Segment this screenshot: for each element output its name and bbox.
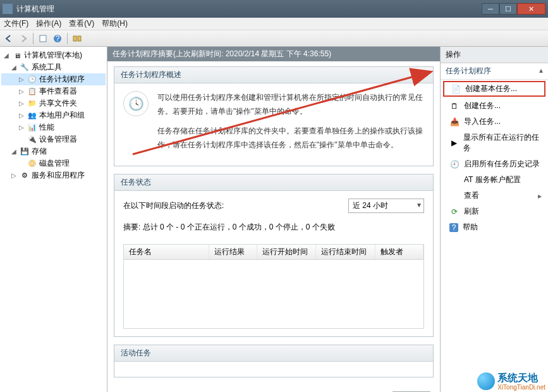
blank-icon	[449, 191, 460, 201]
status-body: 在以下时间段启动的任务状态: 近 24 小时 摘要: 总计 0 个 - 0 个正…	[114, 191, 433, 336]
expand-icon[interactable]: ▷	[18, 100, 25, 107]
action-create-basic-task[interactable]: 📄 创建基本任务...	[443, 81, 545, 97]
collapse-icon[interactable]: ◢	[10, 64, 18, 71]
svg-rect-0	[40, 35, 46, 42]
create-task-icon: 🗒	[449, 101, 460, 111]
tree-label: 本地用户和组	[39, 110, 85, 121]
tree-label: 任务计划程序	[39, 74, 85, 85]
submenu-arrow-icon: ▸	[538, 192, 542, 200]
services-icon: ⚙	[20, 171, 30, 181]
collapse-icon[interactable]: ◢	[10, 148, 18, 155]
col-name[interactable]: 任务名	[124, 245, 209, 259]
expand-icon[interactable]: ▷	[18, 88, 25, 95]
col-result[interactable]: 运行结果	[209, 245, 257, 259]
tree-event-viewer[interactable]: ▷ 📋 事件查看器	[1, 85, 106, 97]
action-label: 创建基本任务...	[465, 83, 517, 94]
close-button[interactable]: ✕	[517, 3, 545, 15]
history-icon: 🕘	[449, 159, 460, 169]
status-label: 在以下时间段启动的任务状态:	[123, 200, 224, 211]
folder-icon: 📁	[27, 99, 37, 109]
action-label: 创建任务...	[464, 101, 501, 111]
action-label: 导入任务...	[464, 116, 501, 127]
status-panel: 任务状态 在以下时间段启动的任务状态: 近 24 小时 摘要: 总计 0 个 -…	[114, 174, 434, 337]
tree-performance[interactable]: ▷ 📊 性能	[1, 121, 106, 133]
menu-action[interactable]: 操作(A)	[36, 18, 61, 29]
center-pane: 任务计划程序摘要(上次刷新时间: 2020/2/14 星期五 下午 4:36:5…	[107, 47, 441, 392]
time-range-select[interactable]: 近 24 小时	[348, 199, 424, 213]
col-end[interactable]: 运行结束时间	[316, 245, 375, 259]
action-show-running[interactable]: ▶ 显示所有正在运行的任务	[441, 130, 548, 156]
running-icon: ▶	[449, 138, 459, 148]
tree-device-manager[interactable]: 🔌 设备管理器	[1, 133, 106, 145]
actions-pane: 操作 任务计划程序 ▴ 📄 创建基本任务... 🗒 创建任务... 📥 导入任务…	[441, 47, 548, 392]
tree-label: 系统工具	[32, 62, 62, 73]
overview-p2: 任务存储在任务计划程序库的文件夹中。若要查看单独任务上的操作或执行该操作，请在任…	[157, 125, 424, 152]
tree-label: 存储	[32, 146, 47, 157]
action-help[interactable]: ? 帮助	[441, 219, 548, 235]
tree-root[interactable]: ◢ 🖥 计算机管理(本地)	[1, 49, 106, 61]
expand-icon[interactable]: ▷	[18, 124, 25, 131]
expand-icon[interactable]: ▷	[18, 112, 25, 119]
tree-services-apps[interactable]: ▷ ⚙ 服务和应用程序	[1, 169, 106, 181]
back-button[interactable]	[3, 32, 15, 45]
tree-disk-management[interactable]: 📀 磁盘管理	[1, 157, 106, 169]
summary-header: 任务计划程序摘要(上次刷新时间: 2020/2/14 星期五 下午 4:36:5…	[107, 47, 440, 61]
overview-body: 🕓 可以使用任务计划程序来创建和管理计算机将在所指定的时间自动执行的常见任务。若…	[114, 83, 433, 166]
action-label: 显示所有正在运行的任务	[463, 132, 542, 154]
overview-text: 可以使用任务计划程序来创建和管理计算机将在所指定的时间自动执行的常见任务。若要开…	[157, 91, 424, 158]
collapse-arrow-icon[interactable]: ▴	[539, 66, 543, 75]
tree-storage[interactable]: ◢ 💾 存储	[1, 145, 106, 157]
action-import-task[interactable]: 📥 导入任务...	[441, 114, 548, 130]
tree-task-scheduler[interactable]: ▷ 🕒 任务计划程序	[1, 73, 106, 85]
col-trigger[interactable]: 触发者	[375, 245, 423, 259]
window-controls: ─ ☐ ✕	[482, 3, 545, 15]
expand-icon[interactable]: ▷	[18, 76, 25, 83]
svg-text:?: ?	[56, 34, 60, 43]
tree-shared-folders[interactable]: ▷ 📁 共享文件夹	[1, 97, 106, 109]
action-create-task[interactable]: 🗒 创建任务...	[441, 98, 548, 114]
svg-rect-3	[73, 36, 76, 41]
action-at-service[interactable]: AT 服务帐户配置	[441, 172, 548, 188]
storage-icon: 💾	[20, 147, 30, 157]
collapse-icon[interactable]: ◢	[3, 52, 10, 59]
tree-local-users[interactable]: ▷ 👥 本地用户和组	[1, 109, 106, 121]
action-label: 帮助	[463, 222, 478, 233]
menu-file[interactable]: 文件(F)	[4, 18, 28, 29]
tree-system-tools[interactable]: ◢ 🔧 系统工具	[1, 61, 106, 73]
tools-icon: 🔧	[20, 63, 30, 73]
watermark-logo-icon	[477, 372, 495, 390]
toolbar: ?	[0, 30, 548, 47]
action-view[interactable]: 查看 ▸	[441, 188, 548, 204]
help-icon[interactable]: ?	[51, 32, 64, 45]
forward-button[interactable]	[17, 32, 30, 45]
status-summary: 摘要: 总计 0 个 - 0 个正在运行，0 个成功，0 个停止，0 个失败	[123, 222, 424, 233]
show-hide-icon[interactable]	[71, 32, 83, 45]
active-heading: 活动任务	[114, 345, 433, 362]
watermark-title: 系统天地	[497, 372, 545, 385]
watermark-text: 系统天地 XiTongTianDi.net	[497, 372, 545, 391]
expand-icon[interactable]: ▷	[10, 172, 18, 179]
properties-icon[interactable]	[37, 32, 49, 45]
action-refresh[interactable]: ⟳ 刷新	[441, 204, 548, 219]
col-start[interactable]: 运行开始时间	[257, 245, 317, 259]
disk-icon: 📀	[27, 159, 37, 169]
main-area: ◢ 🖥 计算机管理(本地) ◢ 🔧 系统工具 ▷ 🕒 任务计划程序 ▷ 📋 事件…	[0, 47, 548, 392]
users-icon: 👥	[27, 111, 37, 121]
window-title: 计算机管理	[16, 4, 482, 15]
action-enable-history[interactable]: 🕘 启用所有任务历史记录	[441, 156, 548, 172]
table-body	[124, 260, 423, 328]
tree-label: 事件查看器	[39, 86, 77, 97]
menu-view[interactable]: 查看(V)	[69, 18, 94, 29]
maximize-button[interactable]: ☐	[499, 3, 517, 15]
computer-icon: 🖥	[12, 51, 22, 61]
toolbar-separator	[33, 33, 33, 44]
clock-large-icon: 🕓	[123, 91, 149, 116]
minimize-button[interactable]: ─	[482, 3, 499, 15]
overview-p1: 可以使用任务计划程序来创建和管理计算机将在所指定的时间自动执行的常见任务。若要开…	[157, 91, 424, 118]
help-icon: ?	[449, 223, 458, 232]
tree-label: 共享文件夹	[39, 98, 77, 109]
menu-help[interactable]: 帮助(H)	[102, 18, 128, 29]
status-heading: 任务状态	[114, 175, 433, 191]
action-label: 启用所有任务历史记录	[464, 159, 540, 169]
select-value: 近 24 小时	[353, 201, 388, 210]
